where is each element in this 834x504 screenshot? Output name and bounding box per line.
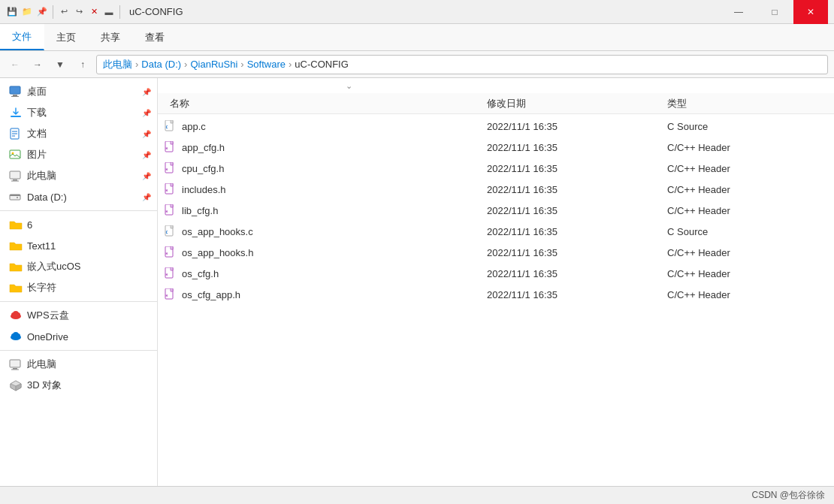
redo-icon[interactable]: ↪: [73, 6, 85, 18]
col-header-name[interactable]: 名称: [164, 97, 487, 110]
minimize-window-btn[interactable]: —: [721, 0, 756, 24]
sidebar-label-desktop: 桌面: [27, 85, 136, 98]
sidebar-item-onedrive[interactable]: OneDrive: [0, 326, 157, 347]
svg-rect-24: [10, 360, 20, 367]
col-header-type[interactable]: 类型: [667, 97, 817, 110]
folder-icon-6: [9, 219, 23, 231]
forward-button[interactable]: →: [29, 56, 47, 74]
svg-rect-0: [10, 86, 20, 94]
file-row[interactable]: H os_cfg.h 2022/11/1 16:35 C/C++ Header: [158, 263, 834, 284]
sidebar-label-document: 文档: [27, 127, 136, 140]
pc-icon: [9, 170, 23, 182]
breadcrumb-software[interactable]: Software: [247, 59, 286, 70]
sidebar-item-download[interactable]: 下载 📌: [0, 102, 157, 123]
sidebar-divider1: [0, 210, 157, 211]
sidebar-item-text11[interactable]: Text11: [0, 235, 157, 256]
breadcrumb-bar[interactable]: 此电脑 › Data (D:) › QianRuShi › Software ›…: [96, 55, 828, 74]
ribbon-tab-view[interactable]: 查看: [133, 24, 177, 50]
breadcrumb-current: uC-CONFIG: [295, 59, 349, 70]
file-row[interactable]: H os_app_hooks.h 2022/11/1 16:35 C/C++ H…: [158, 242, 834, 263]
save-icon[interactable]: 💾: [6, 6, 18, 18]
onedrive-icon: [9, 330, 23, 343]
col-header-date[interactable]: 修改日期: [487, 97, 667, 110]
breadcrumb-computer[interactable]: 此电脑: [103, 58, 132, 71]
maximize-window-btn[interactable]: □: [757, 0, 792, 24]
address-bar: ← → ▼ ↑ 此电脑 › Data (D:) › QianRuShi › So…: [0, 51, 834, 78]
sidebar-divider2: [0, 301, 157, 302]
ribbon-tab-home[interactable]: 主页: [44, 24, 89, 50]
file-row[interactable]: H os_cfg_app.h 2022/11/1 16:35 C/C++ Hea…: [158, 284, 834, 305]
ribbon-tab-share[interactable]: 共享: [89, 24, 133, 50]
sidebar-item-this-pc[interactable]: 此电脑 📌: [0, 165, 157, 186]
back-button[interactable]: ←: [6, 56, 24, 74]
file-row[interactable]: H cpu_cfg.h 2022/11/1 16:35 C/C++ Header: [158, 158, 834, 179]
file-type-cell: C/C++ Header: [667, 268, 817, 279]
file-date-cell: 2022/11/1 16:35: [487, 121, 667, 132]
file-type-icon: H: [164, 141, 177, 153]
file-name: app_cfg.h: [182, 142, 225, 153]
close-icon[interactable]: ✕: [88, 6, 100, 18]
file-row[interactable]: C os_app_hooks.c 2022/11/1 16:35 C Sourc…: [158, 221, 834, 242]
sidebar-item-wps-cloud[interactable]: WPS云盘: [0, 305, 157, 326]
file-date-cell: 2022/11/1 16:35: [487, 289, 667, 300]
sidebar-item-picture[interactable]: 图片 📌: [0, 144, 157, 165]
svg-point-15: [17, 197, 18, 198]
sidebar-item-desktop[interactable]: 桌面 📌: [0, 81, 157, 102]
status-bar: CSDN @包谷徐徐: [0, 486, 834, 504]
file-type-icon: C: [164, 120, 177, 132]
file-name-cell: H os_cfg_app.h: [164, 288, 487, 300]
breadcrumb-qianrushi[interactable]: QianRuShi: [190, 59, 237, 70]
up-button[interactable]: ↑: [74, 56, 92, 74]
sidebar-item-folder-6[interactable]: 6: [0, 214, 157, 235]
file-type-cell: C/C++ Header: [667, 142, 817, 153]
desktop-icon: [9, 86, 23, 98]
pin-icon[interactable]: 📌: [36, 6, 48, 18]
sidebar-item-embedded[interactable]: 嵌入式ucOS: [0, 256, 157, 277]
sidebar-item-longchar[interactable]: 长字符: [0, 277, 157, 298]
sidebar-item-data-d[interactable]: Data (D:) 📌: [0, 186, 157, 207]
sidebar-label-longchar: 长字符: [27, 281, 151, 294]
file-date-cell: 2022/11/1 16:35: [487, 226, 667, 237]
svg-rect-1: [13, 95, 17, 96]
file-row[interactable]: H lib_cfg.h 2022/11/1 16:35 C/C++ Header: [158, 200, 834, 221]
folder-open-icon[interactable]: 📁: [21, 6, 33, 18]
close-window-btn[interactable]: ✕: [793, 0, 828, 24]
svg-rect-2: [11, 96, 19, 97]
column-headers: 名称 修改日期 类型: [158, 93, 834, 114]
sidebar-label-3d: 3D 对象: [27, 379, 151, 392]
file-name-cell: H os_cfg.h: [164, 267, 487, 279]
ribbon: 文件 主页 共享 查看: [0, 24, 834, 51]
file-name: lib_cfg.h: [182, 205, 218, 216]
breadcrumb-data-d[interactable]: Data (D:): [141, 59, 181, 70]
sidebar-label-download: 下载: [27, 106, 136, 119]
sidebar-item-3d[interactable]: 3D 对象: [0, 375, 157, 396]
main-layout: 桌面 📌 下载 📌 文档 📌 图片 📌: [0, 78, 834, 486]
sidebar-item-this-pc-2[interactable]: 此电脑: [0, 354, 157, 375]
file-row[interactable]: H app_cfg.h 2022/11/1 16:35 C/C++ Header: [158, 137, 834, 158]
file-date-cell: 2022/11/1 16:35: [487, 205, 667, 216]
svg-text:C: C: [166, 230, 168, 234]
file-type-cell: C Source: [667, 226, 817, 237]
file-name: cpu_cfg.h: [182, 163, 224, 174]
svg-rect-11: [13, 180, 17, 181]
svg-rect-10: [10, 171, 20, 179]
folder-icon-longchar: [9, 282, 23, 294]
download-icon: [9, 107, 23, 119]
sidebar-item-document[interactable]: 文档 📌: [0, 123, 157, 144]
pin-icon-desktop: 📌: [142, 88, 151, 96]
file-type-cell: C/C++ Header: [667, 289, 817, 300]
file-row[interactable]: H includes.h 2022/11/1 16:35 C/C++ Heade…: [158, 179, 834, 200]
file-type-icon: H: [164, 246, 177, 258]
dropdown-nav-button[interactable]: ▼: [51, 56, 69, 74]
pc-icon-2: [9, 358, 23, 370]
minimize-icon[interactable]: ▬: [103, 6, 115, 18]
file-row[interactable]: C app.c 2022/11/1 16:35 C Source: [158, 116, 834, 137]
ribbon-tab-file[interactable]: 文件: [0, 24, 44, 50]
breadcrumb-sep4: ›: [289, 59, 292, 70]
status-text: CSDN @包谷徐徐: [751, 489, 825, 502]
file-type-cell: C/C++ Header: [667, 247, 817, 258]
pin-icon-data-d: 📌: [142, 193, 151, 201]
file-list: C app.c 2022/11/1 16:35 C Source H app_c…: [158, 114, 834, 306]
undo-icon[interactable]: ↩: [58, 6, 70, 18]
sidebar-label-text11: Text11: [27, 240, 151, 252]
